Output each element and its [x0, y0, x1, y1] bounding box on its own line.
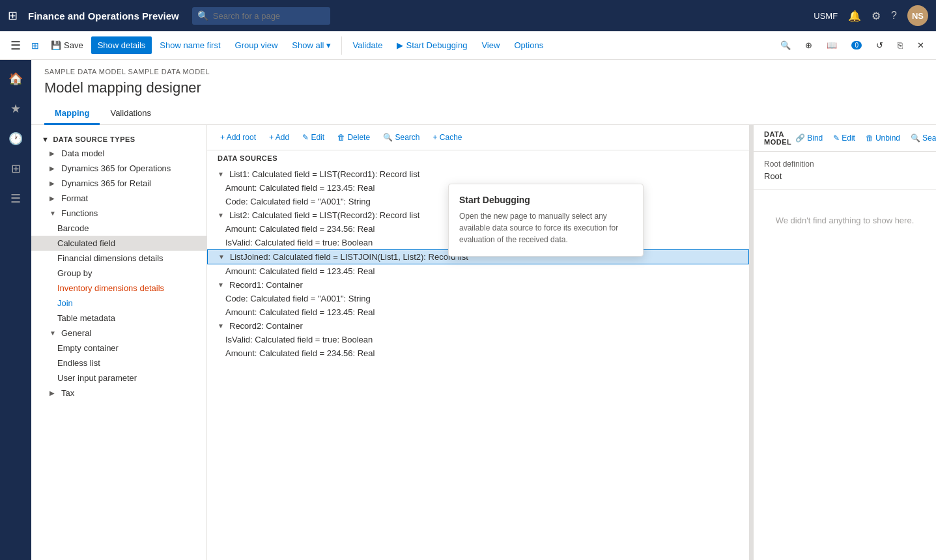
dst-header: ▼ DATA SOURCE TYPES [31, 130, 206, 146]
dst-expand-icon[interactable]: ▼ [42, 135, 49, 143]
dst-item-d365-operations[interactable]: ▶ Dynamics 365 for Operations [31, 161, 206, 176]
tooltip-text: Open the new page to manually select any… [459, 210, 632, 245]
view-button[interactable]: View [475, 36, 506, 54]
bookmark-button[interactable]: 📖 [820, 36, 844, 54]
expand-icon: ▶ [50, 389, 57, 397]
ds-item-record1-amount[interactable]: Amount: Calculated field = 123.45: Real [207, 305, 749, 319]
env-label: USMF [814, 11, 838, 21]
ds-item-record1-code[interactable]: Code: Calculated field = "A001": String [207, 292, 749, 305]
group-view-label: Group view [235, 40, 278, 50]
dst-item-general[interactable]: ▼ General [31, 326, 206, 341]
menu-hamburger-icon[interactable]: ☰ [5, 38, 26, 53]
edit-button[interactable]: ✎ Edit [297, 130, 330, 145]
page-header: SAMPLE DATA MODEL SAMPLE DATA MODEL Mode… [31, 60, 936, 125]
ds-item-label: Record2: Container [229, 321, 303, 331]
dst-item-table-metadata[interactable]: Table metadata [31, 311, 206, 326]
debug-icon: ▶ [397, 40, 403, 50]
home-icon[interactable]: 🏠 [0, 65, 31, 92]
tab-validations[interactable]: Validations [100, 103, 162, 125]
expand-icon: ▶ [50, 195, 57, 202]
cache-button[interactable]: + Cache [427, 130, 467, 145]
dm-search-label: Search [922, 133, 936, 143]
expand-icon: ▼ [218, 253, 226, 260]
ds-item-record2-amount[interactable]: Amount: Calculated field = 234.56: Real [207, 346, 749, 360]
group-view-button[interactable]: Group view [229, 36, 285, 54]
help-icon[interactable]: ? [891, 10, 897, 21]
delete-button[interactable]: 🗑 Delete [332, 130, 375, 145]
dst-item-format[interactable]: ▶ Format [31, 191, 206, 206]
settings-icon[interactable]: ⚙ [872, 10, 881, 22]
designer-area: ▼ DATA SOURCE TYPES ▶ Data model ▶ Dynam… [31, 125, 936, 560]
show-details-button[interactable]: Show details [91, 36, 152, 54]
add-root-button[interactable]: + Add root [215, 130, 261, 145]
add-button[interactable]: + Add [264, 130, 294, 145]
ds-item-record2-isvalid[interactable]: IsValid: Calculated field = true: Boolea… [207, 333, 749, 346]
options-button[interactable]: Options [507, 36, 550, 54]
show-all-label: Show all [292, 40, 324, 50]
add-label: + Add [269, 133, 289, 142]
search-label: 🔍 Search [383, 133, 419, 142]
ds-toolbar: + Add root + Add ✎ Edit 🗑 Delete 🔍 Searc… [207, 125, 749, 150]
cache-label: + Cache [433, 133, 462, 142]
top-search-input[interactable] [192, 7, 330, 25]
ds-item-listjoined-amount[interactable]: Amount: Calculated field = 123.45: Real [207, 264, 749, 278]
search-cmd-button[interactable]: 🔍 [774, 36, 797, 54]
dm-edit-button[interactable]: ✎ Edit [829, 131, 859, 145]
refresh-button[interactable]: ↺ [870, 36, 890, 54]
dst-item-data-model[interactable]: ▶ Data model [31, 146, 206, 161]
ds-item-list1[interactable]: ▼ List1: Calculated field = LIST(Record1… [207, 167, 749, 181]
dst-item-user-input[interactable]: User input parameter [31, 371, 206, 385]
dst-item-d365-retail[interactable]: ▶ Dynamics 365 for Retail [31, 176, 206, 191]
bind-button[interactable]: 🔗 Bind [791, 131, 827, 145]
filter-icon[interactable]: ⊞ [27, 40, 43, 51]
search-ds-button[interactable]: 🔍 Search [378, 130, 425, 145]
expand-icon: ▼ [50, 329, 57, 337]
page-tabs: Mapping Validations [44, 103, 923, 124]
dst-item-financial-dimensions[interactable]: Financial dimensions details [31, 251, 206, 266]
bell-icon[interactable]: 🔔 [848, 10, 861, 22]
dst-title: DATA SOURCE TYPES [53, 135, 135, 143]
grid-nav-icon[interactable]: ⊞ [0, 155, 31, 182]
ds-item-label: ListJoined: Calculated field = LISTJOIN(… [230, 252, 468, 262]
unbind-button[interactable]: 🗑 Unbind [862, 131, 904, 145]
clock-icon[interactable]: 🕐 [0, 125, 31, 152]
dst-item-label: User input parameter [57, 373, 137, 383]
show-all-button[interactable]: Show all ▾ [285, 36, 337, 54]
expand-icon: ▼ [218, 212, 225, 219]
dst-item-join[interactable]: Join [31, 296, 206, 311]
start-debugging-button[interactable]: ▶ Start Debugging [390, 36, 474, 54]
ds-item-record2[interactable]: ▼ Record2: Container [207, 319, 749, 333]
dst-item-endless-list[interactable]: Endless list [31, 356, 206, 371]
list-icon[interactable]: ☰ [0, 185, 31, 212]
badge-count: 0 [851, 41, 862, 49]
edit-icon: ✎ [833, 133, 840, 143]
grid-icon[interactable]: ⊞ [8, 8, 18, 23]
share-button[interactable]: ⊕ [799, 36, 819, 54]
dst-item-tax[interactable]: ▶ Tax [31, 385, 206, 400]
save-button[interactable]: 💾 Save [44, 36, 90, 54]
dst-item-group-by[interactable]: Group by [31, 266, 206, 281]
main-layout: 🏠 ★ 🕐 ⊞ ☰ SAMPLE DATA MODEL SAMPLE DATA … [0, 60, 936, 560]
dst-item-inventory-dimensions[interactable]: Inventory dimensions details [31, 281, 206, 296]
add-root-label: + Add root [220, 133, 256, 142]
ds-item-record1[interactable]: ▼ Record1: Container [207, 278, 749, 292]
ds-item-label: Amount: Calculated field = 234.56: Real [225, 348, 375, 358]
dst-item-calculated-field[interactable]: Calculated field [31, 236, 206, 251]
close-button[interactable]: ✕ [911, 36, 931, 54]
dm-empty-message: We didn't find anything to show here. [754, 189, 936, 251]
validate-button[interactable]: Validate [346, 36, 389, 54]
dst-item-label: Data model [61, 148, 104, 158]
left-nav: 🏠 ★ 🕐 ⊞ ☰ [0, 60, 31, 560]
dst-item-empty-container[interactable]: Empty container [31, 341, 206, 356]
badge-button[interactable]: 0 [845, 37, 868, 53]
user-avatar[interactable]: NS [907, 5, 928, 26]
ds-item-label: Amount: Calculated field = 123.45: Real [225, 266, 375, 276]
tab-mapping[interactable]: Mapping [44, 103, 100, 125]
dm-search-button[interactable]: 🔍 Search [907, 131, 936, 145]
show-name-first-button[interactable]: Show name first [153, 36, 227, 54]
star-icon[interactable]: ★ [0, 95, 31, 122]
popout-button[interactable]: ⎘ [891, 36, 909, 54]
dst-item-barcode[interactable]: Barcode [31, 221, 206, 236]
breadcrumb: SAMPLE DATA MODEL SAMPLE DATA MODEL [44, 68, 923, 76]
dst-item-functions[interactable]: ▼ Functions [31, 206, 206, 221]
